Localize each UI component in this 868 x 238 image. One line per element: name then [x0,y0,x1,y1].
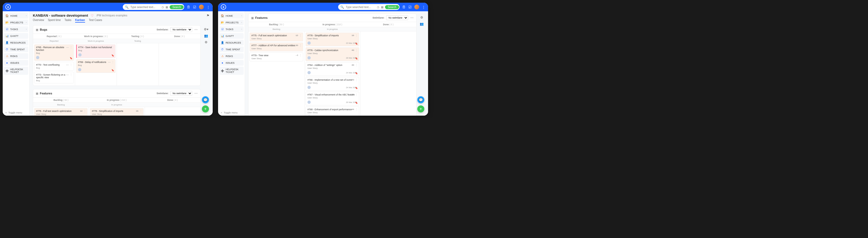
search-button[interactable]: Search [385,5,399,9]
kanban-card[interactable]: —⋮ #769 - Delay of notifications Bug 🔖 [76,59,116,73]
assignee-avatar[interactable] [307,71,311,74]
card-menu-icon[interactable]: ⋮ [140,109,142,112]
kanban-column[interactable]: —⋮ 16 #778 - Simplification of imports U… [305,31,361,116]
kanban-card[interactable]: —⋮ 30 #764 - Addition of "settings" opti… [306,62,359,76]
app-logo[interactable]: ⏸ [5,4,11,10]
card-collapse-icon[interactable]: — [66,73,69,76]
kanban-card[interactable]: —⋮ #765 - Remove an obsolete function Bu… [34,44,74,61]
sidebar-item-gantt[interactable]: 📊GANTT [219,33,244,39]
kanban-card[interactable]: —⋮ 30 #767 - Visual enhancement of the A… [306,92,359,105]
kanban-card[interactable]: —⋮ #773 - Screen flickering on a specifi… [34,72,74,83]
kanban-card[interactable]: —⋮ 12 #775 - Full text search optimizati… [34,108,88,116]
add-fab[interactable]: + [202,105,209,112]
tag-icon[interactable]: 🔖 [112,54,114,57]
assignee-avatar[interactable] [307,115,311,116]
kanban-card[interactable]: —⋮ 44 #768 - Enhancement of export perfo… [306,106,359,116]
assignee-avatar[interactable] [307,41,311,45]
history-icon[interactable]: ◷ [161,6,164,9]
tab-tasks[interactable]: Tasks [65,19,72,23]
assignee-avatar[interactable] [307,56,311,60]
card-menu-icon[interactable]: ⋮ [355,108,358,111]
card-menu-icon[interactable]: ⋮ [355,49,358,52]
section-menu-icon[interactable]: ⋯ [194,92,197,95]
board-settings-icon[interactable]: ⚙ [205,40,208,44]
search-input[interactable] [346,6,375,9]
search-button[interactable]: Search [169,5,184,9]
kanban-column[interactable] [159,43,200,86]
filter-icon[interactable]: ▦ [381,6,383,9]
breadcrumb[interactable]: /PM techniques examples [96,14,127,17]
card-menu-icon[interactable]: ⋮ [112,61,114,64]
tag-icon[interactable]: 🔖 [355,57,358,60]
sidebar-item-tasks[interactable]: ☑TASKS› [4,26,28,32]
toggle-menu[interactable]: « Toggle menu [221,111,238,114]
card-menu-icon[interactable]: ⋮ [70,73,72,76]
filter-icon[interactable]: ▦ [165,6,168,9]
overflow-menu-icon[interactable]: ⋮ [207,5,210,9]
sidebar-item-projects[interactable]: 📂PROJECTS› [219,20,244,25]
history-icon[interactable]: ◷ [377,6,379,9]
assignee-avatar[interactable] [307,101,311,104]
sidebar-item-projects[interactable]: 📂PROJECTS› [4,20,28,25]
sidebar-item-time-spent[interactable]: ⏱TIME SPENT [219,46,244,52]
collapse-icon[interactable]: ▣ [251,16,254,20]
tag-icon[interactable]: 🔖 [355,42,358,45]
sidebar-item-tasks[interactable]: ☑TASKS› [219,26,244,32]
calendar-icon[interactable]: 🗓 [187,5,190,9]
app-logo[interactable]: ⏸ [221,4,226,10]
card-menu-icon[interactable]: ⋮ [355,78,358,81]
collapse-icon[interactable]: ▣ [36,28,38,31]
swimlane-select[interactable]: No swimlane [170,27,192,32]
settings-icon[interactable]: ⚙ [420,15,423,20]
card-menu-icon[interactable]: ⋮ [112,46,114,49]
sidebar-item-time-spent[interactable]: ⏱TIME SPENT [4,46,28,52]
card-collapse-icon[interactable]: — [108,46,111,49]
kanban-column[interactable]: —⋮ 16 #778 - Simplification of imports U… [89,107,145,116]
section-menu-icon[interactable]: ⋯ [410,16,413,20]
kanban-column[interactable]: —⋮ #765 - Remove an obsolete function Bu… [33,43,75,86]
kanban-card[interactable]: —⋮ 50 #766 - Implementation of a new set… [306,77,359,91]
kanban-card[interactable]: —⋮ 30 #777 - Addition of API for advance… [250,42,303,52]
card-menu-icon[interactable]: ⋮ [70,46,72,49]
card-collapse-icon[interactable]: — [66,63,69,66]
flag-icon[interactable]: ⚑ [207,14,210,18]
kanban-column[interactable]: —⋮ #774 - Save button not functional Bug… [75,43,117,86]
kanban-card[interactable]: —⋮ 16 #778 - Simplification of imports U… [306,33,359,46]
user-avatar[interactable] [199,5,204,9]
chat-fab[interactable]: 💬 [202,96,209,103]
sidebar-item-helpdesk-ticket[interactable]: ➕HELPDESK TICKET [219,67,244,75]
card-menu-icon[interactable]: ⋮ [355,34,358,37]
sidebar-item-issues[interactable]: ●ISSUES [219,60,244,66]
sidebar-item-helpdesk-ticket[interactable]: ➕HELPDESK TICKET [4,67,28,75]
collapse-icon[interactable]: ▣ [36,92,38,95]
card-menu-icon[interactable]: ⋮ [355,64,358,66]
favorite-icon[interactable]: ♡ [91,14,94,18]
kanban-card[interactable]: —⋮ 16 #778 - Simplification of imports U… [90,108,143,116]
collapse-sidebar-icon[interactable]: « [221,111,222,114]
card-menu-icon[interactable]: ⋮ [355,93,358,96]
kanban-card[interactable]: —⋮ 12 #775 - Full text search optimizati… [250,33,303,41]
section-menu-icon[interactable]: ⋯ [194,28,197,31]
kanban-column[interactable]: —⋮ 12 #775 - Full text search optimizati… [33,107,89,116]
tag-icon[interactable]: 🔖 [70,57,72,60]
checklist-icon[interactable]: ☑ [408,5,412,9]
user-avatar[interactable] [414,5,419,9]
kanban-card[interactable]: —⋮ 40 #776 - Caldav synchronization User… [306,47,359,61]
card-menu-icon[interactable]: ⋮ [299,54,302,57]
kanban-column[interactable] [145,107,200,116]
settings-dropdown-icon[interactable]: ⚙▾ [204,27,208,31]
swimlane-select[interactable]: No swimlane [386,15,408,20]
sidebar-item-home[interactable]: 🏠HOME› [4,13,28,19]
sidebar-item-resources[interactable]: 👤RESOURCES [4,40,28,45]
card-collapse-icon[interactable]: — [66,46,69,49]
tab-overview[interactable]: Overview [33,19,44,23]
card-menu-icon[interactable]: ⋮ [84,109,86,112]
kanban-card[interactable]: —⋮ #770 - Text overflowing Bug [34,62,74,71]
assignee-avatar[interactable] [307,86,311,89]
kanban-column[interactable] [361,31,416,116]
kanban-column[interactable] [117,43,159,86]
calendar-icon[interactable]: 🗓 [402,5,406,9]
collapse-sidebar-icon[interactable]: « [5,111,7,114]
assignee-avatar[interactable] [78,68,81,71]
toggle-menu[interactable]: « Toggle menu [5,111,22,114]
